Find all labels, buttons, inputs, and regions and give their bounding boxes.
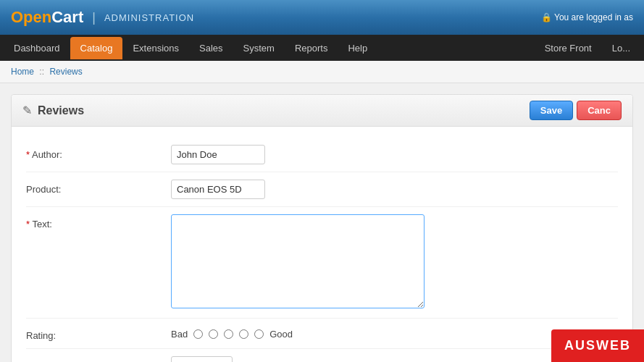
nav-sales[interactable]: Sales: [189, 37, 233, 59]
form-body: Author: Product: Text:: [12, 127, 632, 362]
product-label: Product:: [26, 180, 171, 195]
breadcrumb-current[interactable]: Reviews: [49, 67, 82, 77]
nav-storefront[interactable]: Store Front: [535, 37, 602, 59]
nav-right: Store Front Lo...: [535, 37, 640, 59]
admin-label: ADMINISTRATION: [104, 12, 194, 23]
admin-divider: |: [92, 10, 96, 25]
rating-row: Rating: Bad Good: [26, 319, 618, 349]
logged-in-text: 🔒 You are logged in as: [541, 12, 633, 22]
panel: ✎ Reviews Save Canc Author: Product:: [11, 94, 633, 362]
rating-label: Rating:: [26, 326, 171, 341]
product-row: Product:: [26, 172, 618, 207]
text-label: Text:: [26, 214, 171, 230]
text-row: Text:: [26, 207, 618, 319]
product-field: [171, 180, 618, 199]
header-right: 🔒 You are logged in as: [541, 12, 633, 22]
nav-system[interactable]: System: [233, 37, 285, 59]
logo: OpenCart: [11, 8, 83, 27]
rating-1[interactable]: [193, 329, 203, 339]
panel-title-wrap: ✎ Reviews: [22, 104, 84, 117]
nav-bar: Dashboard Catalog Extensions Sales Syste…: [0, 35, 644, 61]
rating-5[interactable]: [254, 329, 264, 339]
breadcrumb-separator: ::: [39, 67, 44, 77]
nav-help[interactable]: Help: [338, 37, 377, 59]
nav-dashboard[interactable]: Dashboard: [4, 37, 70, 59]
status-row: Status: Enabled Disabled: [26, 349, 618, 362]
nav-reports[interactable]: Reports: [285, 37, 338, 59]
header-left: OpenCart | ADMINISTRATION: [11, 8, 194, 27]
panel-header: ✎ Reviews Save Canc: [12, 95, 632, 127]
author-label: Author:: [26, 145, 171, 160]
header: OpenCart | ADMINISTRATION 🔒 You are logg…: [0, 0, 644, 35]
rating-3[interactable]: [224, 329, 233, 339]
text-textarea[interactable]: [171, 214, 425, 308]
author-row: Author:: [26, 138, 618, 172]
save-button[interactable]: Save: [530, 101, 573, 120]
rating-2[interactable]: [209, 329, 218, 339]
product-input[interactable]: [171, 180, 265, 199]
main-content: ✎ Reviews Save Canc Author: Product:: [0, 83, 644, 362]
author-input[interactable]: [171, 145, 265, 164]
rating-bad-label: Bad: [171, 329, 188, 340]
panel-title: Reviews: [38, 104, 84, 117]
nav-extensions[interactable]: Extensions: [122, 37, 189, 59]
status-select[interactable]: Enabled Disabled: [171, 356, 233, 362]
text-field: [171, 214, 618, 311]
nav-catalog[interactable]: Catalog: [70, 37, 123, 59]
breadcrumb-home[interactable]: Home: [11, 67, 34, 77]
author-field: [171, 145, 618, 164]
rating-4[interactable]: [239, 329, 248, 339]
panel-buttons: Save Canc: [530, 101, 622, 120]
breadcrumb: Home :: Reviews: [0, 61, 644, 83]
watermark: AUSWEB: [551, 329, 644, 362]
cancel-button[interactable]: Canc: [577, 101, 622, 120]
status-label: Status:: [26, 356, 171, 362]
edit-icon: ✎: [22, 104, 32, 117]
nav-logout[interactable]: Lo...: [602, 37, 640, 59]
rating-good-label: Good: [269, 329, 293, 340]
